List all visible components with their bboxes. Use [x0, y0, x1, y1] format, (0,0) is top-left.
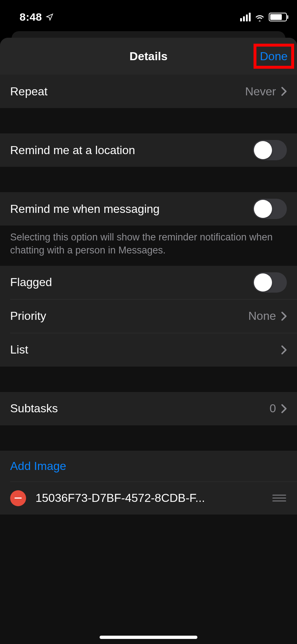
status-right: [240, 11, 287, 21]
flagged-toggle[interactable]: [253, 272, 287, 293]
flag-priority-list-group: Flagged Priority None List: [0, 266, 297, 367]
subtasks-group: Subtasks 0: [0, 392, 297, 425]
cellular-signal-icon: [240, 13, 251, 21]
details-sheet: Details Done Repeat Never Remind me at a…: [0, 38, 297, 644]
list-label: List: [10, 343, 28, 356]
repeat-value: Never: [245, 85, 276, 98]
page-title: Details: [130, 50, 168, 63]
wifi-icon: [254, 13, 265, 21]
done-highlight-box: Done: [254, 44, 294, 69]
chevron-right-icon: [281, 311, 287, 321]
subtasks-row[interactable]: Subtasks 0: [0, 392, 297, 425]
priority-row[interactable]: Priority None: [0, 300, 297, 333]
home-indicator[interactable]: [100, 636, 197, 639]
messaging-group: Remind me when messaging: [0, 192, 297, 226]
subtasks-value-wrap: 0: [269, 402, 287, 415]
priority-value-wrap: None: [248, 309, 287, 323]
status-time: 8:48: [20, 11, 42, 23]
subtasks-label: Subtasks: [10, 402, 58, 415]
list-row[interactable]: List: [0, 333, 297, 367]
add-image-row[interactable]: Add Image: [0, 451, 297, 482]
status-bar: 8:48: [0, 0, 297, 32]
spacer: [0, 167, 297, 192]
messaging-footer-text: Selecting this option will show the remi…: [0, 226, 297, 266]
location-services-icon: [46, 13, 54, 21]
subtasks-count: 0: [269, 402, 276, 415]
attachment-row: 15036F73-D7BF-4572-8CDB-F...: [0, 482, 297, 515]
list-value-wrap: [281, 345, 287, 355]
add-image-button[interactable]: Add Image: [10, 459, 66, 472]
chevron-right-icon: [281, 404, 287, 413]
flagged-label: Flagged: [10, 276, 52, 289]
remind-messaging-label: Remind me when messaging: [10, 202, 160, 216]
done-button[interactable]: Done: [260, 50, 288, 63]
repeat-group: Repeat Never: [0, 75, 297, 108]
images-group: Add Image 15036F73-D7BF-4572-8CDB-F...: [0, 451, 297, 515]
priority-label: Priority: [10, 309, 46, 323]
minus-icon: [14, 498, 22, 499]
nav-bar: Details Done: [0, 38, 297, 75]
remind-messaging-row: Remind me when messaging: [0, 192, 297, 226]
attachment-filename[interactable]: 15036F73-D7BF-4572-8CDB-F...: [35, 491, 263, 505]
priority-value: None: [248, 309, 276, 323]
remind-location-row: Remind me at a location: [0, 133, 297, 167]
flagged-row: Flagged: [0, 266, 297, 299]
remind-location-toggle[interactable]: [253, 140, 287, 160]
repeat-label: Repeat: [10, 85, 47, 98]
remind-messaging-toggle[interactable]: [253, 199, 287, 219]
spacer: [0, 108, 297, 133]
drag-handle-icon[interactable]: [272, 495, 287, 501]
chevron-right-icon: [281, 87, 287, 96]
spacer: [0, 425, 297, 451]
remind-location-label: Remind me at a location: [10, 144, 135, 157]
delete-attachment-button[interactable]: [10, 490, 26, 506]
spacer: [0, 367, 297, 392]
status-time-group: 8:48: [10, 9, 54, 23]
repeat-row[interactable]: Repeat Never: [0, 75, 297, 108]
location-group: Remind me at a location: [0, 133, 297, 167]
repeat-value-wrap: Never: [245, 85, 287, 98]
battery-icon: [269, 13, 287, 21]
chevron-right-icon: [281, 345, 287, 355]
